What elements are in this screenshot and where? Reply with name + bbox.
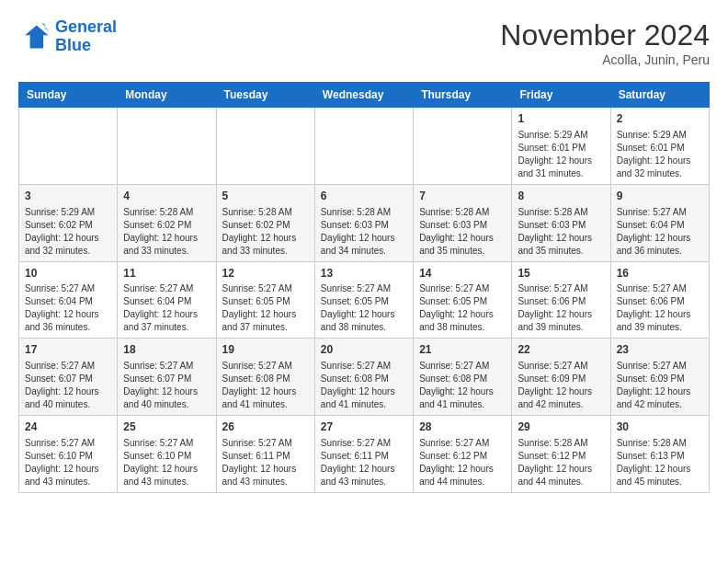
calendar-day-cell: 4Sunrise: 5:28 AM Sunset: 6:02 PM Daylig… <box>118 184 216 261</box>
calendar-day-cell: 17Sunrise: 5:27 AM Sunset: 6:07 PM Dayli… <box>19 339 118 416</box>
title-block: November 2024 Acolla, Junin, Peru <box>500 18 710 67</box>
calendar-day-cell: 3Sunrise: 5:29 AM Sunset: 6:02 PM Daylig… <box>19 184 118 261</box>
calendar-day-cell: 12Sunrise: 5:27 AM Sunset: 6:05 PM Dayli… <box>216 261 314 339</box>
day-info: Sunrise: 5:28 AM Sunset: 6:02 PM Dayligh… <box>222 206 309 258</box>
calendar-week-row: 10Sunrise: 5:27 AM Sunset: 6:04 PM Dayli… <box>19 261 710 339</box>
day-number: 27 <box>321 419 407 435</box>
day-number: 10 <box>25 266 111 282</box>
day-info: Sunrise: 5:27 AM Sunset: 6:08 PM Dayligh… <box>419 360 506 411</box>
day-number: 23 <box>617 342 703 358</box>
day-number: 7 <box>419 189 506 204</box>
day-number: 12 <box>222 266 309 282</box>
day-number: 19 <box>222 342 309 358</box>
day-info: Sunrise: 5:27 AM Sunset: 6:07 PM Dayligh… <box>123 360 210 411</box>
calendar-day-cell: 20Sunrise: 5:27 AM Sunset: 6:08 PM Dayli… <box>314 339 413 416</box>
day-number: 15 <box>518 266 604 282</box>
day-number: 2 <box>617 111 703 127</box>
calendar-day-cell <box>414 108 512 185</box>
calendar-day-cell: 16Sunrise: 5:27 AM Sunset: 6:06 PM Dayli… <box>610 261 709 339</box>
calendar-day-cell <box>118 108 216 185</box>
day-info: Sunrise: 5:27 AM Sunset: 6:12 PM Dayligh… <box>419 437 506 488</box>
day-number: 28 <box>419 419 506 435</box>
calendar-day-cell: 8Sunrise: 5:28 AM Sunset: 6:03 PM Daylig… <box>512 184 610 261</box>
calendar-week-row: 24Sunrise: 5:27 AM Sunset: 6:10 PM Dayli… <box>19 416 710 493</box>
calendar-day-cell: 7Sunrise: 5:28 AM Sunset: 6:03 PM Daylig… <box>414 184 512 261</box>
month-title: November 2024 <box>500 18 710 52</box>
calendar-header-cell: Sunday <box>19 83 118 108</box>
day-number: 5 <box>222 189 309 204</box>
calendar-day-cell: 5Sunrise: 5:28 AM Sunset: 6:02 PM Daylig… <box>216 184 314 261</box>
day-number: 3 <box>25 189 111 204</box>
day-number: 25 <box>123 419 210 435</box>
calendar-header-cell: Tuesday <box>216 83 314 108</box>
calendar-day-cell <box>19 108 118 185</box>
logo: General Blue <box>18 18 117 55</box>
day-info: Sunrise: 5:28 AM Sunset: 6:03 PM Dayligh… <box>321 206 407 258</box>
calendar-week-row: 17Sunrise: 5:27 AM Sunset: 6:07 PM Dayli… <box>19 339 710 416</box>
calendar-day-cell: 19Sunrise: 5:27 AM Sunset: 6:08 PM Dayli… <box>216 339 314 416</box>
calendar-day-cell: 9Sunrise: 5:27 AM Sunset: 6:04 PM Daylig… <box>610 184 709 261</box>
calendar-day-cell: 24Sunrise: 5:27 AM Sunset: 6:10 PM Dayli… <box>19 416 118 493</box>
day-number: 4 <box>123 189 210 204</box>
calendar-body: 1Sunrise: 5:29 AM Sunset: 6:01 PM Daylig… <box>19 108 710 493</box>
calendar-day-cell: 2Sunrise: 5:29 AM Sunset: 6:01 PM Daylig… <box>610 108 709 185</box>
calendar-day-cell: 6Sunrise: 5:28 AM Sunset: 6:03 PM Daylig… <box>314 184 413 261</box>
day-info: Sunrise: 5:27 AM Sunset: 6:06 PM Dayligh… <box>518 282 604 334</box>
day-number: 21 <box>419 342 506 358</box>
day-info: Sunrise: 5:27 AM Sunset: 6:05 PM Dayligh… <box>321 282 407 334</box>
calendar-day-cell <box>216 108 314 185</box>
calendar-day-cell: 1Sunrise: 5:29 AM Sunset: 6:01 PM Daylig… <box>512 108 610 185</box>
day-number: 13 <box>321 266 407 282</box>
calendar-day-cell: 11Sunrise: 5:27 AM Sunset: 6:04 PM Dayli… <box>118 261 216 339</box>
day-info: Sunrise: 5:27 AM Sunset: 6:04 PM Dayligh… <box>123 282 210 334</box>
day-info: Sunrise: 5:27 AM Sunset: 6:07 PM Dayligh… <box>25 360 111 411</box>
calendar-header-cell: Monday <box>118 83 216 108</box>
day-info: Sunrise: 5:27 AM Sunset: 6:11 PM Dayligh… <box>222 437 309 488</box>
calendar-day-cell: 18Sunrise: 5:27 AM Sunset: 6:07 PM Dayli… <box>118 339 216 416</box>
day-info: Sunrise: 5:28 AM Sunset: 6:02 PM Dayligh… <box>123 206 210 258</box>
calendar-day-cell: 23Sunrise: 5:27 AM Sunset: 6:09 PM Dayli… <box>610 339 709 416</box>
day-info: Sunrise: 5:28 AM Sunset: 6:13 PM Dayligh… <box>617 437 703 488</box>
day-number: 29 <box>518 419 604 435</box>
day-info: Sunrise: 5:27 AM Sunset: 6:05 PM Dayligh… <box>222 282 309 334</box>
calendar-day-cell: 29Sunrise: 5:28 AM Sunset: 6:12 PM Dayli… <box>512 416 610 493</box>
calendar-week-row: 3Sunrise: 5:29 AM Sunset: 6:02 PM Daylig… <box>19 184 710 261</box>
day-info: Sunrise: 5:27 AM Sunset: 6:09 PM Dayligh… <box>617 360 703 411</box>
calendar-day-cell: 10Sunrise: 5:27 AM Sunset: 6:04 PM Dayli… <box>19 261 118 339</box>
day-info: Sunrise: 5:27 AM Sunset: 6:10 PM Dayligh… <box>123 437 210 488</box>
calendar-day-cell: 21Sunrise: 5:27 AM Sunset: 6:08 PM Dayli… <box>414 339 512 416</box>
day-info: Sunrise: 5:28 AM Sunset: 6:03 PM Dayligh… <box>419 206 506 258</box>
day-number: 24 <box>25 419 111 435</box>
day-number: 8 <box>518 189 604 204</box>
day-info: Sunrise: 5:28 AM Sunset: 6:12 PM Dayligh… <box>518 437 604 488</box>
day-info: Sunrise: 5:29 AM Sunset: 6:01 PM Dayligh… <box>617 129 703 180</box>
day-info: Sunrise: 5:29 AM Sunset: 6:01 PM Dayligh… <box>518 129 604 180</box>
calendar-header-cell: Friday <box>512 83 610 108</box>
day-number: 14 <box>419 266 506 282</box>
svg-marker-0 <box>25 25 48 48</box>
day-number: 17 <box>25 342 111 358</box>
location: Acolla, Junin, Peru <box>500 52 710 67</box>
day-number: 26 <box>222 419 309 435</box>
day-info: Sunrise: 5:27 AM Sunset: 6:11 PM Dayligh… <box>321 437 407 488</box>
logo-icon <box>18 20 51 53</box>
day-info: Sunrise: 5:27 AM Sunset: 6:10 PM Dayligh… <box>25 437 111 488</box>
day-number: 6 <box>321 189 407 204</box>
calendar-week-row: 1Sunrise: 5:29 AM Sunset: 6:01 PM Daylig… <box>19 108 710 185</box>
day-number: 20 <box>321 342 407 358</box>
calendar-table: SundayMondayTuesdayWednesdayThursdayFrid… <box>18 82 710 493</box>
day-number: 22 <box>518 342 604 358</box>
day-info: Sunrise: 5:27 AM Sunset: 6:09 PM Dayligh… <box>518 360 604 411</box>
day-number: 16 <box>617 266 703 282</box>
day-info: Sunrise: 5:27 AM Sunset: 6:08 PM Dayligh… <box>321 360 407 411</box>
calendar-day-cell: 15Sunrise: 5:27 AM Sunset: 6:06 PM Dayli… <box>512 261 610 339</box>
day-info: Sunrise: 5:29 AM Sunset: 6:02 PM Dayligh… <box>25 206 111 258</box>
day-info: Sunrise: 5:28 AM Sunset: 6:03 PM Dayligh… <box>518 206 604 258</box>
day-info: Sunrise: 5:27 AM Sunset: 6:04 PM Dayligh… <box>25 282 111 334</box>
day-number: 1 <box>518 111 604 127</box>
day-info: Sunrise: 5:27 AM Sunset: 6:08 PM Dayligh… <box>222 360 309 411</box>
day-info: Sunrise: 5:27 AM Sunset: 6:05 PM Dayligh… <box>419 282 506 334</box>
calendar-header-cell: Saturday <box>610 83 709 108</box>
calendar-day-cell: 13Sunrise: 5:27 AM Sunset: 6:05 PM Dayli… <box>314 261 413 339</box>
logo-text: General Blue <box>55 18 117 55</box>
